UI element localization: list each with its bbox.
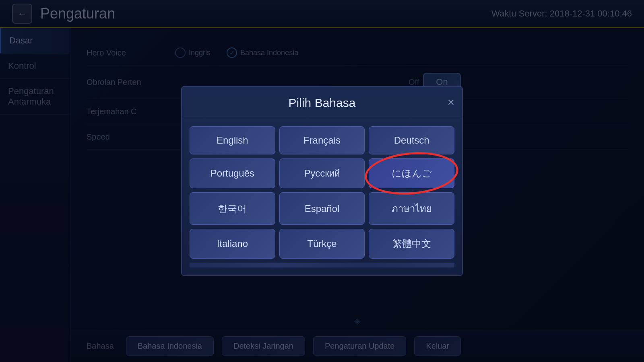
modal-title: Pilih Bahasa [289,96,356,110]
modal-close-button[interactable]: × [447,96,454,108]
lang-btn-francais[interactable]: Français [279,126,365,154]
lang-btn-deutsch[interactable]: Deutsch [369,126,454,154]
language-picker-modal: Pilih Bahasa × English Français Deutsch … [181,86,463,276]
lang-btn-italiano[interactable]: Italiano [190,229,275,259]
lang-btn-japanese[interactable]: にほんご [369,158,454,188]
language-grid: English Français Deutsch Português Русск… [190,126,454,259]
modal-header: Pilih Bahasa × [182,86,462,118]
lang-btn-traditional-chinese[interactable]: 繁體中文 [369,229,454,259]
modal-scroll-hint [190,263,454,267]
lang-btn-espanol[interactable]: Español [279,192,365,225]
modal-overlay: Pilih Bahasa × English Français Deutsch … [0,0,644,362]
lang-btn-english[interactable]: English [190,126,275,154]
lang-btn-korean[interactable]: 한국어 [190,192,275,225]
lang-btn-thai[interactable]: ภาษาไทย [369,192,454,225]
modal-body: English Français Deutsch Português Русск… [182,118,462,276]
lang-btn-russian[interactable]: Русский [279,158,365,188]
lang-btn-turkce[interactable]: Türkçe [279,229,365,259]
lang-btn-portugues[interactable]: Português [190,158,275,188]
